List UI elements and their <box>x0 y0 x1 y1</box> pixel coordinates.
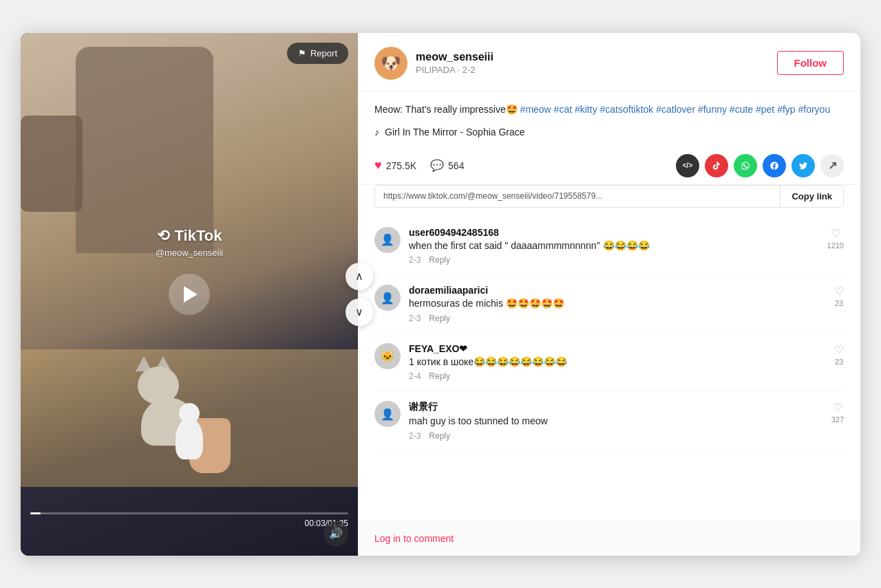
comment-like-count: 23 <box>835 299 843 307</box>
avatar: 🐶 <box>374 47 407 80</box>
comment-like-count: 1210 <box>827 241 844 250</box>
comments-stat[interactable]: 💬 564 <box>430 159 464 172</box>
music-label: Girl In The Mirror - Sophia Grace <box>385 127 525 138</box>
nav-down-button[interactable]: ∨ <box>346 298 373 326</box>
login-to-comment-link[interactable]: Log in to comment <box>374 533 454 544</box>
comment-text: mah guy is too stunned to meow <box>409 415 823 428</box>
heart-icon: ♥ <box>374 158 382 173</box>
video-panel: ⚑ Report ⟲ TikTok @meow_senseiii <box>21 33 358 556</box>
user-info: meow_senseiii PILIPADA · 2-2 <box>416 51 769 75</box>
play-triangle-icon <box>184 286 198 303</box>
current-time: 00:03 <box>305 519 326 528</box>
tiktok-watermark: ⟲ TikTok @meow_senseiii <box>156 226 223 257</box>
progress-fill <box>30 512 41 514</box>
comment-like-button[interactable]: ♡ 23 <box>834 285 844 323</box>
comment-meta: 2-3 Reply <box>409 431 823 441</box>
whatsapp-share-button[interactable] <box>734 154 757 177</box>
copy-link-button[interactable]: Copy link <box>780 186 843 207</box>
description: Meow: That's really impressive🤩 #meow #c… <box>358 91 860 124</box>
comment-like-button[interactable]: ♡ 23 <box>834 343 844 382</box>
comment-heart-icon: ♡ <box>834 285 844 298</box>
twitter-share-button[interactable] <box>792 154 815 177</box>
comment-heart-icon: ♡ <box>834 343 844 356</box>
info-panel: 🐶 meow_senseiii PILIPADA · 2-2 Follow Me… <box>358 33 860 556</box>
nav-up-button[interactable]: ∧ <box>346 263 373 290</box>
comment-heart-icon: ♡ <box>831 227 840 240</box>
info-header: 🐶 meow_senseiii PILIPADA · 2-2 Follow <box>358 33 860 91</box>
comment-reply-button[interactable]: Reply <box>429 255 450 265</box>
comment-avatar: 👤 <box>374 227 401 253</box>
comment-heart-icon: ♡ <box>833 401 842 414</box>
video-area: ⚑ Report ⟲ TikTok @meow_senseiii <box>21 33 358 556</box>
video-time: 00:03/01:35 <box>30 519 348 528</box>
comment-date: 2-3 <box>409 431 421 441</box>
comment-reply-button[interactable]: Reply <box>429 314 450 323</box>
tiktok-handle: @meow_senseiii <box>156 247 223 257</box>
comment-like-button[interactable]: ♡ 327 <box>831 401 844 441</box>
comment-reply-button[interactable]: Reply <box>429 371 450 381</box>
video-progress-container: 00:03/01:35 <box>21 512 358 528</box>
modal-container: ⚑ Report ⟲ TikTok @meow_senseiii <box>21 33 860 556</box>
comment-body: 谢景行 mah guy is too stunned to meow 2-3 R… <box>409 401 823 441</box>
comment-text: when the first cat said " daaaammmmnnnnn… <box>409 239 819 253</box>
comment-username: 谢景行 <box>409 401 823 413</box>
tiktok-logo: ⟲ TikTok <box>157 226 222 244</box>
user-sub: PILIPADA · 2-2 <box>416 65 769 75</box>
report-button[interactable]: ⚑ Report <box>287 43 348 64</box>
comment-date: 2-3 <box>409 255 421 265</box>
comment-username: FEYA_EXO❤ <box>409 343 826 354</box>
music-line: ♪ Girl In The Mirror - Sophia Grace <box>358 124 860 147</box>
follow-button[interactable]: Follow <box>777 51 845 75</box>
action-stats: ♥ 275.5K 💬 564 <box>374 158 464 173</box>
flag-icon: ⚑ <box>298 48 306 58</box>
tiktok-brand-name: TikTok <box>175 226 222 244</box>
comment-item: 👤 谢景行 mah guy is too stunned to meow 2-3… <box>374 391 844 451</box>
likes-stat[interactable]: ♥ 275.5K <box>374 158 416 173</box>
comment-meta: 2-3 Reply <box>409 314 826 323</box>
comment-like-button[interactable]: ♡ 1210 <box>827 227 844 265</box>
comment-avatar: 👤 <box>374 401 401 427</box>
comment-avatar: 🐱 <box>374 343 401 369</box>
comment-item: 👤 user6094942485168 when the first cat s… <box>374 217 844 276</box>
comment-reply-button[interactable]: Reply <box>429 431 450 441</box>
share-icons: </> ↗ <box>676 154 844 177</box>
comment-username: doraemiliaaparici <box>409 285 826 296</box>
url-row: https://www.tiktok.com/@meow_senseiii/vi… <box>374 185 844 208</box>
toy-body <box>176 418 203 459</box>
avatar-emoji: 🐶 <box>381 54 401 73</box>
volume-icon: 🔊 <box>329 527 343 540</box>
comments-count: 564 <box>448 160 464 171</box>
comment-body: doraemiliaaparici hermosuras de michis 🤩… <box>409 285 826 323</box>
music-note-icon: ♪ <box>374 127 379 138</box>
chair-shape <box>76 47 213 253</box>
code-share-button[interactable]: </> <box>676 154 699 177</box>
more-share-button[interactable]: ↗ <box>820 154 844 177</box>
comment-item: 👤 doraemiliaaparici hermosuras de michis… <box>374 275 844 334</box>
likes-count: 275.5K <box>386 160 416 171</box>
progress-bar[interactable] <box>30 512 348 514</box>
comments-section: 👤 user6094942485168 when the first cat s… <box>358 217 860 521</box>
description-text: Meow: That's really impressive🤩 <box>374 104 520 115</box>
comment-meta: 2-3 Reply <box>409 255 819 265</box>
comment-date: 2-4 <box>409 371 421 381</box>
facebook-share-button[interactable] <box>763 154 786 177</box>
url-text: https://www.tiktok.com/@meow_senseiii/vi… <box>375 186 780 206</box>
tiktok-share-button[interactable] <box>705 154 728 177</box>
comment-username: user6094942485168 <box>409 227 819 238</box>
comment-meta: 2-4 Reply <box>409 371 826 381</box>
tiktok-icon: ⟲ <box>157 226 169 244</box>
volume-button[interactable]: 🔊 <box>323 521 348 546</box>
comment-body: user6094942485168 when the first cat sai… <box>409 227 819 265</box>
comment-text: 1 котик в шоке😂😂😂😂😂😂😂😂 <box>409 356 826 369</box>
comment-like-count: 23 <box>835 358 843 366</box>
comment-avatar: 👤 <box>374 285 401 311</box>
comment-body: FEYA_EXO❤ 1 котик в шоке😂😂😂😂😂😂😂😂 2-4 Rep… <box>409 343 826 382</box>
toy-head <box>179 403 200 424</box>
nav-arrows: ∧ ∨ <box>346 263 373 326</box>
chair-arm <box>21 116 83 212</box>
username: meow_senseiii <box>416 51 769 63</box>
comment-date: 2-3 <box>409 314 421 323</box>
play-button[interactable] <box>169 274 210 315</box>
hashtags: #meow #cat #kitty #catsoftiktok #catlove… <box>520 104 831 115</box>
login-row: Log in to comment <box>358 521 860 556</box>
